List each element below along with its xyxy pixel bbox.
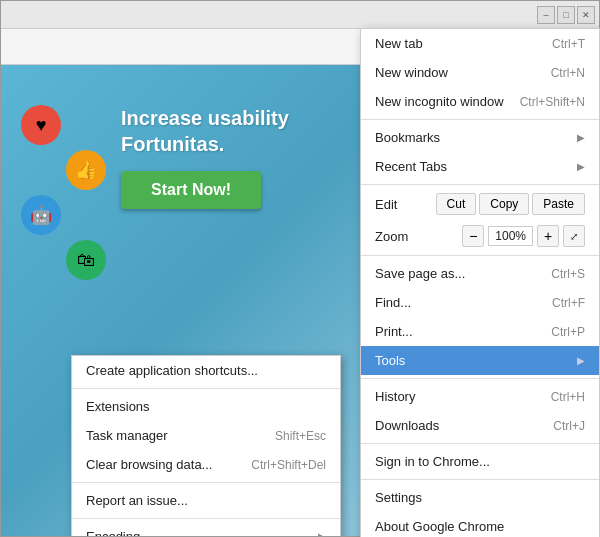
new-tab-item[interactable]: New tab Ctrl+T: [361, 29, 599, 58]
hero-section: Increase usabilityFortunitas. Start Now!: [121, 105, 341, 209]
downloads-item[interactable]: Downloads Ctrl+J: [361, 411, 599, 440]
menu-divider-1: [361, 119, 599, 120]
encoding-item[interactable]: Encoding ▶: [72, 522, 340, 536]
minimize-button[interactable]: –: [537, 6, 555, 24]
find-item[interactable]: Find... Ctrl+F: [361, 288, 599, 317]
submenu-divider-2: [72, 482, 340, 483]
print-item[interactable]: Print... Ctrl+P: [361, 317, 599, 346]
incognito-item[interactable]: New incognito window Ctrl+Shift+N: [361, 87, 599, 116]
bookmarks-item[interactable]: Bookmarks ▶: [361, 123, 599, 152]
menu-divider-2: [361, 184, 599, 185]
edit-row: Edit Cut Copy Paste: [361, 188, 599, 220]
zoom-out-button[interactable]: −: [462, 225, 484, 247]
extensions-item[interactable]: Extensions: [72, 392, 340, 421]
start-now-button[interactable]: Start Now!: [121, 171, 261, 209]
recent-tabs-item[interactable]: Recent Tabs ▶: [361, 152, 599, 181]
title-bar: – □ ✕: [1, 1, 599, 29]
create-shortcuts-item[interactable]: Create application shortcuts...: [72, 356, 340, 385]
close-button[interactable]: ✕: [577, 6, 595, 24]
edit-buttons: Cut Copy Paste: [436, 193, 585, 215]
sign-in-item[interactable]: Sign in to Chrome...: [361, 447, 599, 476]
menu-divider-6: [361, 479, 599, 480]
copy-button[interactable]: Copy: [479, 193, 529, 215]
hero-title: Increase usabilityFortunitas.: [121, 105, 341, 157]
maximize-button[interactable]: □: [557, 6, 575, 24]
tools-item[interactable]: Tools ▶: [361, 346, 599, 375]
menu-divider-4: [361, 378, 599, 379]
decorative-icons: ♥ 👍 🤖 🛍: [11, 95, 111, 295]
zoom-value: 100%: [488, 226, 533, 246]
robot-icon: 🤖: [21, 195, 61, 235]
paste-button[interactable]: Paste: [532, 193, 585, 215]
thumb-icon: 👍: [66, 150, 106, 190]
zoom-in-button[interactable]: +: [537, 225, 559, 247]
history-item[interactable]: History Ctrl+H: [361, 382, 599, 411]
save-page-item[interactable]: Save page as... Ctrl+S: [361, 259, 599, 288]
settings-item[interactable]: Settings: [361, 483, 599, 512]
fullscreen-button[interactable]: ⤢: [563, 225, 585, 247]
bag-icon: 🛍: [66, 240, 106, 280]
browser-window: – □ ✕ ☆ ≡ Support ♥ 👍 🤖 🛍 Increase usabi…: [0, 0, 600, 537]
chrome-menu: New tab Ctrl+T New window Ctrl+N New inc…: [360, 28, 600, 537]
menu-divider-3: [361, 255, 599, 256]
clear-browsing-item[interactable]: Clear browsing data... Ctrl+Shift+Del: [72, 450, 340, 479]
zoom-row: Zoom − 100% + ⤢: [361, 220, 599, 252]
submenu-divider-1: [72, 388, 340, 389]
task-manager-item[interactable]: Task manager Shift+Esc: [72, 421, 340, 450]
menu-divider-5: [361, 443, 599, 444]
cut-button[interactable]: Cut: [436, 193, 477, 215]
report-issue-item[interactable]: Report an issue...: [72, 486, 340, 515]
tools-submenu: Create application shortcuts... Extensio…: [71, 355, 341, 536]
submenu-divider-3: [72, 518, 340, 519]
heart-icon: ♥: [21, 105, 61, 145]
about-item[interactable]: About Google Chrome: [361, 512, 599, 537]
new-window-item[interactable]: New window Ctrl+N: [361, 58, 599, 87]
zoom-controls: − 100% + ⤢: [462, 225, 585, 247]
